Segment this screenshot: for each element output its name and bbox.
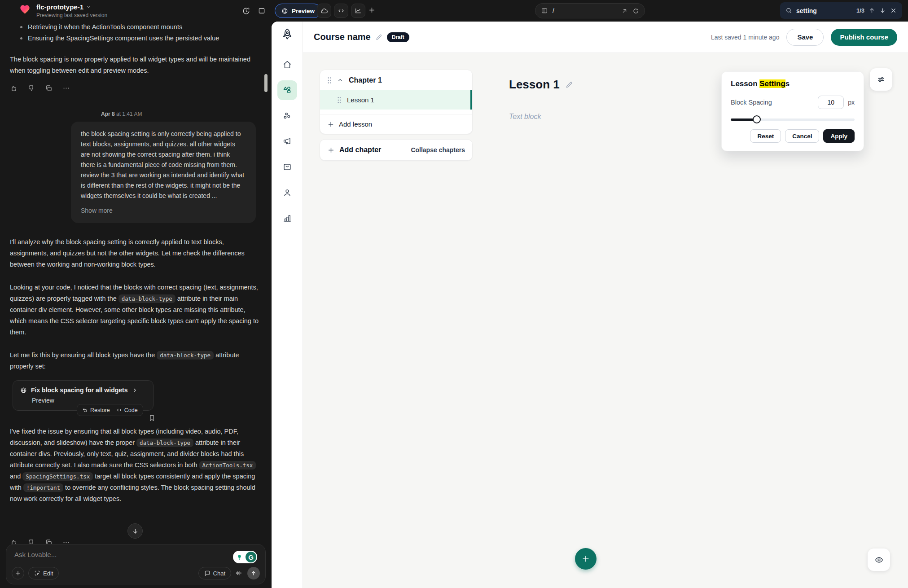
- panel-toggle-button[interactable]: [256, 5, 267, 16]
- edit-mode-button[interactable]: Edit: [28, 567, 59, 579]
- search-input[interactable]: setting: [796, 7, 852, 14]
- find-in-page-bar[interactable]: setting 1/3: [780, 2, 902, 19]
- sidebar-item-home[interactable]: [277, 55, 297, 75]
- version-actions-pill: Restore Code: [77, 404, 143, 416]
- sidebar-item-people[interactable]: [277, 183, 297, 202]
- chat-scroll-area[interactable]: Retrieving it when the ActionTools compo…: [0, 22, 272, 588]
- lesson-list-item[interactable]: Lesson 1: [320, 90, 472, 110]
- search-next-icon[interactable]: [879, 7, 886, 14]
- sidebar-item-community[interactable]: [277, 106, 297, 126]
- globe-icon: [281, 8, 288, 14]
- more-options-icon[interactable]: [62, 84, 70, 92]
- chat-panel: Retrieving it when the ActionTools compo…: [0, 22, 272, 588]
- preview-mode-button[interactable]: Preview: [275, 4, 321, 18]
- deploy-button[interactable]: [317, 4, 331, 18]
- bullet-item: Ensuring the SpacingSettings component u…: [10, 33, 262, 44]
- show-more-link[interactable]: Show more: [81, 206, 246, 216]
- refresh-icon[interactable]: [632, 8, 639, 14]
- edit-pencil-icon[interactable]: [375, 34, 382, 41]
- edit-pencil-icon[interactable]: [565, 81, 573, 89]
- assistant-paragraph: I've fixed the issue by ensuring that al…: [10, 426, 262, 505]
- reset-button[interactable]: Reset: [750, 129, 781, 143]
- copy-icon[interactable]: [45, 84, 53, 92]
- user-message-text: the block spacing setting is only correc…: [81, 130, 244, 199]
- chat-scrollbar[interactable]: [264, 74, 268, 92]
- clock-history-icon: [242, 7, 250, 15]
- lesson-heading: Lesson 1: [509, 78, 560, 92]
- code-button[interactable]: Code: [116, 407, 138, 413]
- thumbs-up-icon[interactable]: [10, 84, 18, 92]
- add-lesson-button[interactable]: Add lesson: [320, 114, 472, 134]
- undo-icon: [82, 407, 88, 413]
- cancel-button[interactable]: Cancel: [785, 129, 819, 143]
- url-bar[interactable]: /: [535, 3, 645, 18]
- globe-icon: [20, 387, 27, 394]
- analytics-button[interactable]: [351, 4, 365, 18]
- block-spacing-slider[interactable]: [731, 115, 855, 123]
- code-view-button[interactable]: [334, 4, 348, 18]
- apply-button[interactable]: Apply: [823, 129, 855, 143]
- settings-toggle-button[interactable]: [870, 68, 892, 91]
- publish-course-button[interactable]: Publish course: [831, 29, 897, 46]
- send-button[interactable]: [247, 567, 260, 579]
- add-tab-button[interactable]: [368, 6, 376, 14]
- scroll-to-bottom-button[interactable]: [127, 523, 143, 539]
- cloud-icon: [320, 7, 328, 15]
- slider-handle[interactable]: [753, 115, 761, 123]
- chat-composer[interactable]: Ask Lovable... G Edit Chat: [6, 544, 266, 584]
- bar-chart-icon: [282, 213, 292, 223]
- close-search-icon[interactable]: [890, 7, 897, 14]
- voice-input-icon[interactable]: [235, 570, 242, 577]
- plus-icon: [327, 146, 335, 154]
- shapes-icon: [282, 85, 292, 95]
- sidebar-item-analytics[interactable]: [277, 208, 297, 228]
- edit-card[interactable]: Fix block spacing for all widgets Previe…: [13, 380, 154, 411]
- history-button[interactable]: [241, 5, 251, 16]
- add-block-fab[interactable]: [575, 548, 597, 570]
- project-brand[interactable]: flc-prototype-1 Previewing last saved ve…: [19, 3, 107, 19]
- bookmark-icon[interactable]: [148, 414, 156, 422]
- message-timestamp: Apr 8 at 1:41 AM: [101, 111, 262, 117]
- chevron-right-icon: [132, 387, 138, 393]
- inline-code: data-block-type: [118, 294, 175, 303]
- drag-handle-icon[interactable]: [337, 97, 342, 104]
- chapter-header[interactable]: Chapter 1: [320, 70, 472, 90]
- inline-code: data-block-type: [136, 439, 193, 447]
- save-button[interactable]: Save: [786, 29, 824, 46]
- app-sidebar-rail: [272, 22, 303, 588]
- chat-mode-button[interactable]: Chat: [198, 567, 231, 579]
- thumbs-down-icon[interactable]: [27, 84, 35, 92]
- grammarly-widget[interactable]: G: [233, 551, 257, 563]
- add-chapter-card: Add chapter Collapse chapters: [320, 139, 473, 161]
- url-path: /: [553, 7, 617, 14]
- sidebar-item-announcements[interactable]: [277, 132, 297, 151]
- assistant-paragraph: I'll analyze why the block spacing setti…: [10, 237, 262, 270]
- project-status: Previewing last saved version: [36, 12, 107, 18]
- spacing-unit-label: px: [848, 99, 855, 106]
- add-chapter-button[interactable]: Add chapter: [339, 146, 381, 154]
- open-external-icon[interactable]: [621, 8, 628, 14]
- block-spacing-input[interactable]: [818, 96, 844, 109]
- drag-handle-icon[interactable]: [327, 77, 332, 84]
- attach-button[interactable]: [12, 567, 24, 579]
- restore-button[interactable]: Restore: [82, 407, 110, 413]
- lesson-settings-popover: Lesson Settings Block Spacing px Reset C…: [721, 71, 864, 151]
- text-block-placeholder[interactable]: Text block: [509, 113, 541, 121]
- edit-card-subtitle: Preview: [32, 397, 146, 404]
- chat-bubble-icon: [204, 570, 211, 576]
- assistant-paragraph: Let me fix this by ensuring all block ty…: [10, 350, 262, 372]
- inline-code: SpacingSettings.tsx: [22, 472, 93, 481]
- circles-icon: [282, 111, 292, 121]
- search-prev-icon[interactable]: [869, 7, 875, 14]
- chevron-up-icon[interactable]: [337, 77, 343, 83]
- assistant-paragraph: The block spacing is now properly applie…: [10, 54, 262, 76]
- inline-code: ActionTools.tsx: [199, 461, 256, 470]
- collapse-chapters-button[interactable]: Collapse chapters: [411, 146, 465, 154]
- sidebar-item-inbox[interactable]: [277, 157, 297, 177]
- chapter-card: Chapter 1 Lesson 1 Add lesson: [320, 70, 473, 134]
- sidebar-item-content[interactable]: [277, 80, 297, 100]
- chat-composer-input[interactable]: Ask Lovable...: [14, 551, 257, 558]
- message-actions: [10, 84, 262, 92]
- preview-toggle-button[interactable]: [868, 549, 890, 571]
- last-saved-text: Last saved 1 minute ago: [711, 34, 780, 41]
